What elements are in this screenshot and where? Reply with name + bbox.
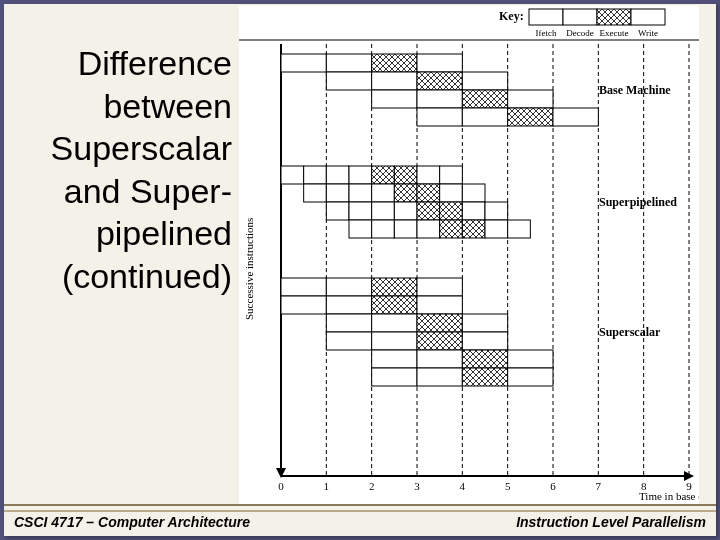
svg-rect-90 (417, 278, 462, 296)
svg-rect-56 (326, 166, 349, 184)
svg-text:5: 5 (505, 480, 511, 492)
svg-rect-105 (462, 350, 507, 368)
svg-rect-106 (508, 350, 553, 368)
svg-text:6: 6 (550, 480, 556, 492)
svg-rect-58 (372, 166, 395, 184)
svg-rect-2 (529, 9, 563, 25)
svg-rect-84 (485, 220, 508, 238)
svg-rect-44 (462, 72, 507, 90)
svg-rect-109 (462, 368, 507, 386)
svg-rect-40 (417, 54, 462, 72)
footer-topic: Instruction Level Parallelism (516, 514, 706, 530)
title-line: pipelined (12, 212, 232, 255)
svg-rect-71 (349, 202, 372, 220)
svg-rect-88 (326, 278, 371, 296)
svg-rect-54 (281, 166, 304, 184)
svg-text:3: 3 (414, 480, 420, 492)
svg-rect-5 (631, 9, 665, 25)
svg-text:Base Machine: Base Machine (599, 83, 671, 97)
svg-text:7: 7 (596, 480, 602, 492)
title-line: Superscalar (12, 127, 232, 170)
slide-footer: CSCI 4717 – Computer Architecture Instru… (4, 504, 716, 536)
svg-text:Write: Write (638, 28, 658, 38)
svg-rect-47 (462, 90, 507, 108)
svg-rect-99 (326, 332, 371, 350)
svg-text:Time in base cycles: Time in base cycles (639, 490, 699, 502)
svg-rect-92 (326, 296, 371, 314)
svg-rect-63 (326, 184, 349, 202)
svg-rect-93 (372, 296, 417, 314)
pipeline-diagram: Key:IfetchDecodeExecuteWrite0123456789Ti… (239, 6, 699, 504)
svg-rect-67 (417, 184, 440, 202)
svg-rect-60 (417, 166, 440, 184)
svg-rect-85 (508, 220, 531, 238)
svg-rect-78 (349, 220, 372, 238)
svg-rect-95 (326, 314, 371, 332)
svg-rect-69 (462, 184, 485, 202)
svg-rect-57 (349, 166, 372, 184)
svg-rect-98 (462, 314, 507, 332)
svg-rect-42 (372, 72, 417, 90)
svg-rect-74 (417, 202, 440, 220)
slide: Difference between Superscalar and Super… (4, 4, 716, 536)
svg-rect-76 (462, 202, 485, 220)
svg-rect-107 (372, 368, 417, 386)
svg-rect-50 (462, 108, 507, 126)
footer-course: CSCI 4717 – Computer Architecture (14, 514, 250, 530)
svg-rect-46 (417, 90, 462, 108)
diagram-svg: Key:IfetchDecodeExecuteWrite0123456789Ti… (239, 6, 699, 504)
svg-rect-49 (417, 108, 462, 126)
svg-text:Key:: Key: (499, 9, 524, 23)
svg-rect-41 (326, 72, 371, 90)
svg-rect-82 (440, 220, 463, 238)
svg-rect-83 (462, 220, 485, 238)
svg-rect-97 (417, 314, 462, 332)
svg-rect-39 (372, 54, 417, 72)
svg-rect-3 (563, 9, 597, 25)
svg-rect-62 (304, 184, 327, 202)
svg-rect-91 (281, 296, 326, 314)
svg-rect-65 (372, 184, 395, 202)
svg-text:1: 1 (324, 480, 330, 492)
slide-title: Difference between Superscalar and Super… (12, 42, 232, 297)
svg-rect-48 (508, 90, 553, 108)
svg-rect-64 (349, 184, 372, 202)
svg-rect-75 (440, 202, 463, 220)
svg-rect-70 (326, 202, 349, 220)
svg-text:Superscalar: Superscalar (599, 325, 661, 339)
svg-rect-68 (440, 184, 463, 202)
svg-rect-38 (326, 54, 371, 72)
svg-text:2: 2 (369, 480, 375, 492)
svg-rect-110 (508, 368, 553, 386)
svg-rect-102 (462, 332, 507, 350)
title-line: and Super- (12, 170, 232, 213)
svg-rect-94 (417, 296, 462, 314)
svg-rect-52 (553, 108, 598, 126)
svg-rect-79 (372, 220, 395, 238)
svg-rect-45 (372, 90, 417, 108)
svg-text:Successive instructions: Successive instructions (243, 218, 255, 320)
svg-rect-66 (394, 184, 417, 202)
svg-rect-73 (394, 202, 417, 220)
svg-text:Ifetch: Ifetch (536, 28, 557, 38)
svg-rect-72 (372, 202, 395, 220)
svg-rect-43 (417, 72, 462, 90)
svg-rect-59 (394, 166, 417, 184)
svg-rect-4 (597, 9, 631, 25)
svg-rect-37 (281, 54, 326, 72)
svg-text:Superpipelined: Superpipelined (599, 195, 677, 209)
svg-text:Decode: Decode (566, 28, 593, 38)
svg-rect-89 (372, 278, 417, 296)
svg-rect-81 (417, 220, 440, 238)
svg-text:4: 4 (460, 480, 466, 492)
svg-rect-77 (485, 202, 508, 220)
svg-text:0: 0 (278, 480, 284, 492)
title-line: (continued) (12, 255, 232, 298)
svg-rect-96 (372, 314, 417, 332)
svg-rect-80 (394, 220, 417, 238)
title-line: Difference (12, 42, 232, 85)
svg-rect-103 (372, 350, 417, 368)
svg-rect-55 (304, 166, 327, 184)
svg-rect-108 (417, 368, 462, 386)
svg-text:Execute: Execute (600, 28, 629, 38)
